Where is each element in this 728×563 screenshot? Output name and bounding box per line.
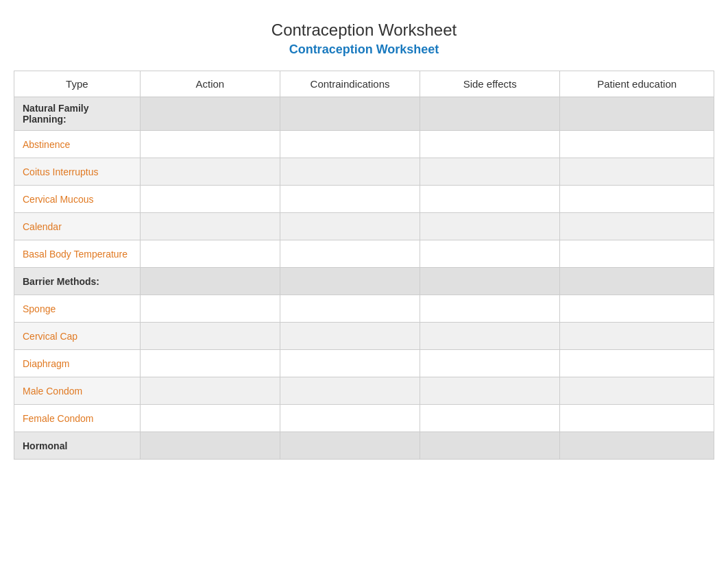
item-female-condom-col2 — [280, 405, 420, 432]
item-diaphragm-col3 — [420, 350, 560, 377]
section-header-hormonal-col2 — [280, 432, 420, 460]
item-cervical-cap-col2 — [280, 323, 420, 350]
item-basal-body-temperature-col1 — [140, 240, 280, 268]
table-row-female-condom: Female Condom — [14, 405, 714, 432]
section-label-hormonal: Hormonal — [14, 432, 141, 460]
item-coitus-interruptus-col2 — [280, 158, 420, 186]
item-sponge-col1 — [140, 295, 280, 323]
item-type-female-condom[interactable]: Female Condom — [14, 405, 141, 432]
item-calendar-col4 — [560, 213, 714, 240]
item-coitus-interruptus-col1 — [140, 158, 280, 186]
page-container: Contraception Worksheet Contraception Wo… — [0, 0, 728, 480]
section-header-natural-family-planning-col1 — [140, 97, 280, 131]
item-type-basal-body-temperature[interactable]: Basal Body Temperature — [14, 240, 141, 268]
item-type-male-condom[interactable]: Male Condom — [14, 377, 141, 405]
section-header-barrier-methods-col1 — [140, 268, 280, 295]
item-male-condom-col2 — [280, 377, 420, 405]
section-header-barrier-methods: Barrier Methods: — [14, 268, 714, 295]
worksheet-table: Type Action Contraindications Side effec… — [14, 71, 714, 460]
col-header-action: Action — [140, 71, 280, 97]
table-row-male-condom: Male Condom — [14, 377, 714, 405]
section-label-natural-family-planning: Natural Family Planning: — [14, 97, 141, 131]
col-header-patient-education: Patient education — [560, 71, 714, 97]
table-body: Natural Family Planning:AbstinenceCoitus… — [14, 97, 714, 460]
item-coitus-interruptus-col4 — [560, 158, 714, 186]
section-header-hormonal: Hormonal — [14, 432, 714, 460]
item-calendar-col1 — [140, 213, 280, 240]
table-row-cervical-cap: Cervical Cap — [14, 323, 714, 350]
item-cervical-mucous-col1 — [140, 186, 280, 213]
section-header-hormonal-col1 — [140, 432, 280, 460]
table-row-coitus-interruptus: Coitus Interruptus — [14, 158, 714, 186]
item-calendar-col2 — [280, 213, 420, 240]
item-cervical-cap-col4 — [560, 323, 714, 350]
table-row-basal-body-temperature: Basal Body Temperature — [14, 240, 714, 268]
item-type-diaphragm[interactable]: Diaphragm — [14, 350, 141, 377]
col-header-type: Type — [14, 71, 141, 97]
item-cervical-mucous-col2 — [280, 186, 420, 213]
item-link-cervical-mucous[interactable]: Cervical Mucous — [23, 194, 93, 205]
item-link-coitus-interruptus[interactable]: Coitus Interruptus — [23, 166, 99, 177]
item-coitus-interruptus-col3 — [420, 158, 560, 186]
item-type-cervical-cap[interactable]: Cervical Cap — [14, 323, 141, 350]
item-link-female-condom[interactable]: Female Condom — [23, 413, 94, 424]
item-diaphragm-col4 — [560, 350, 714, 377]
section-header-natural-family-planning-col2 — [280, 97, 420, 131]
item-type-abstinence[interactable]: Abstinence — [14, 131, 141, 158]
section-header-hormonal-col3 — [420, 432, 560, 460]
page-subtitle: Contraception Worksheet — [14, 42, 714, 57]
item-male-condom-col4 — [560, 377, 714, 405]
item-link-cervical-cap[interactable]: Cervical Cap — [23, 331, 77, 342]
item-type-coitus-interruptus[interactable]: Coitus Interruptus — [14, 158, 141, 186]
item-abstinence-col4 — [560, 131, 714, 158]
item-abstinence-col3 — [420, 131, 560, 158]
col-header-side-effects: Side effects — [420, 71, 560, 97]
table-row-cervical-mucous: Cervical Mucous — [14, 186, 714, 213]
item-male-condom-col3 — [420, 377, 560, 405]
item-type-cervical-mucous[interactable]: Cervical Mucous — [14, 186, 141, 213]
section-header-natural-family-planning-col3 — [420, 97, 560, 131]
item-female-condom-col1 — [140, 405, 280, 432]
item-link-sponge[interactable]: Sponge — [23, 303, 56, 314]
item-cervical-cap-col3 — [420, 323, 560, 350]
item-abstinence-col2 — [280, 131, 420, 158]
item-diaphragm-col2 — [280, 350, 420, 377]
item-basal-body-temperature-col3 — [420, 240, 560, 268]
item-basal-body-temperature-col4 — [560, 240, 714, 268]
item-calendar-col3 — [420, 213, 560, 240]
item-sponge-col4 — [560, 295, 714, 323]
item-cervical-mucous-col3 — [420, 186, 560, 213]
table-row-abstinence: Abstinence — [14, 131, 714, 158]
section-header-natural-family-planning: Natural Family Planning: — [14, 97, 714, 131]
page-title: Contraception Worksheet — [14, 21, 714, 40]
item-link-calendar[interactable]: Calendar — [23, 221, 62, 232]
item-link-abstinence[interactable]: Abstinence — [23, 139, 70, 150]
item-link-diaphragm[interactable]: Diaphragm — [23, 358, 69, 369]
item-diaphragm-col1 — [140, 350, 280, 377]
item-sponge-col2 — [280, 295, 420, 323]
section-header-barrier-methods-col4 — [560, 268, 714, 295]
section-header-hormonal-col4 — [560, 432, 714, 460]
table-row-diaphragm: Diaphragm — [14, 350, 714, 377]
item-basal-body-temperature-col2 — [280, 240, 420, 268]
item-type-calendar[interactable]: Calendar — [14, 213, 141, 240]
item-cervical-mucous-col4 — [560, 186, 714, 213]
section-label-barrier-methods: Barrier Methods: — [14, 268, 141, 295]
section-header-barrier-methods-col2 — [280, 268, 420, 295]
table-header-row: Type Action Contraindications Side effec… — [14, 71, 714, 97]
col-header-contraindications: Contraindications — [280, 71, 420, 97]
item-female-condom-col4 — [560, 405, 714, 432]
section-header-natural-family-planning-col4 — [560, 97, 714, 131]
item-sponge-col3 — [420, 295, 560, 323]
item-female-condom-col3 — [420, 405, 560, 432]
item-link-male-condom[interactable]: Male Condom — [23, 386, 82, 397]
table-row-calendar: Calendar — [14, 213, 714, 240]
item-abstinence-col1 — [140, 131, 280, 158]
section-header-barrier-methods-col3 — [420, 268, 560, 295]
item-cervical-cap-col1 — [140, 323, 280, 350]
item-male-condom-col1 — [140, 377, 280, 405]
item-type-sponge[interactable]: Sponge — [14, 295, 141, 323]
item-link-basal-body-temperature[interactable]: Basal Body Temperature — [23, 249, 128, 260]
table-row-sponge: Sponge — [14, 295, 714, 323]
